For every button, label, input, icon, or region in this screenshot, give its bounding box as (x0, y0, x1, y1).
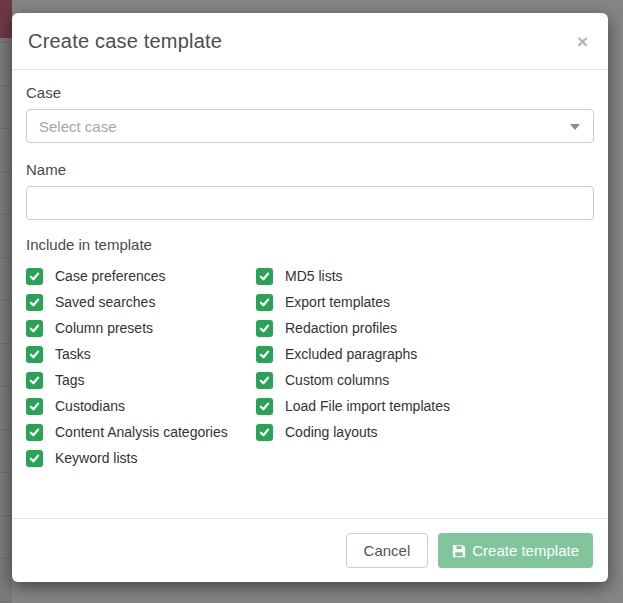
checkbox-row[interactable]: Export templates (256, 289, 450, 315)
checkbox-row[interactable]: Custom columns (256, 367, 450, 393)
checkbox-label: Redaction profiles (285, 320, 397, 336)
dialog-header: Create case template × (12, 13, 608, 70)
checkbox-row[interactable]: Case preferences (26, 263, 256, 289)
case-select[interactable]: Select case (26, 109, 594, 143)
checkbox-checked-icon[interactable] (26, 372, 43, 389)
checkbox-label: Custom columns (285, 372, 389, 388)
checkbox-row[interactable]: Saved searches (26, 289, 256, 315)
checkbox-row[interactable]: MD5 lists (256, 263, 450, 289)
case-label: Case (26, 84, 594, 101)
checkbox-label: Export templates (285, 294, 390, 310)
checkbox-row[interactable]: Redaction profiles (256, 315, 450, 341)
dialog-body: Case Select case Name Include in templat… (12, 70, 608, 471)
chevron-down-icon (570, 124, 580, 130)
checkbox-checked-icon[interactable] (26, 450, 43, 467)
checkbox-label: MD5 lists (285, 268, 343, 284)
checkbox-row[interactable]: Content Analysis categories (26, 419, 256, 445)
close-icon[interactable]: × (573, 30, 592, 53)
checkbox-label: Excluded paragraphs (285, 346, 417, 362)
checkbox-checked-icon[interactable] (26, 268, 43, 285)
dialog-title: Create case template (28, 30, 222, 53)
checkbox-row[interactable]: Excluded paragraphs (256, 341, 450, 367)
cancel-button[interactable]: Cancel (346, 533, 429, 568)
checkbox-checked-icon[interactable] (256, 424, 273, 441)
include-options-left-column: Case preferences Saved searches (26, 263, 256, 471)
checkbox-row[interactable]: Coding layouts (256, 419, 450, 445)
create-template-label: Create template (472, 542, 579, 559)
dimmed-navbar-fragment (0, 0, 12, 38)
checkbox-label: Content Analysis categories (55, 424, 228, 440)
dialog-footer: Cancel Create template (12, 518, 608, 582)
checkbox-label: Column presets (55, 320, 153, 336)
checkbox-label: Keyword lists (55, 450, 137, 466)
checkbox-row[interactable]: Column presets (26, 315, 256, 341)
checkbox-checked-icon[interactable] (26, 424, 43, 441)
checkbox-label: Tags (55, 372, 85, 388)
checkbox-row[interactable]: Custodians (26, 393, 256, 419)
checkbox-checked-icon[interactable] (26, 294, 43, 311)
checkbox-label: Case preferences (55, 268, 166, 284)
checkbox-checked-icon[interactable] (26, 398, 43, 415)
checkbox-label: Tasks (55, 346, 91, 362)
checkbox-checked-icon[interactable] (26, 320, 43, 337)
checkbox-row[interactable]: Tasks (26, 341, 256, 367)
checkbox-row[interactable]: Keyword lists (26, 445, 256, 471)
dimmed-page-background (0, 0, 12, 603)
checkbox-checked-icon[interactable] (256, 398, 273, 415)
checkbox-checked-icon[interactable] (256, 372, 273, 389)
checkbox-row[interactable]: Tags (26, 367, 256, 393)
save-icon (452, 544, 466, 558)
include-in-template-label: Include in template (26, 236, 594, 253)
name-label: Name (26, 161, 594, 178)
checkbox-checked-icon[interactable] (256, 320, 273, 337)
checkbox-label: Custodians (55, 398, 125, 414)
checkbox-label: Saved searches (55, 294, 155, 310)
checkbox-checked-icon[interactable] (256, 268, 273, 285)
name-input[interactable] (26, 186, 594, 220)
create-template-button[interactable]: Create template (438, 533, 593, 568)
create-case-template-dialog: Create case template × Case Select case … (12, 13, 608, 582)
include-options: Case preferences Saved searches (26, 263, 594, 471)
case-select-placeholder: Select case (39, 118, 117, 135)
checkbox-checked-icon[interactable] (256, 346, 273, 363)
checkbox-row[interactable]: Load File import templates (256, 393, 450, 419)
checkbox-label: Load File import templates (285, 398, 450, 414)
checkbox-checked-icon[interactable] (256, 294, 273, 311)
include-options-right-column: MD5 lists Export templates (256, 263, 450, 471)
checkbox-label: Coding layouts (285, 424, 378, 440)
checkbox-checked-icon[interactable] (26, 346, 43, 363)
